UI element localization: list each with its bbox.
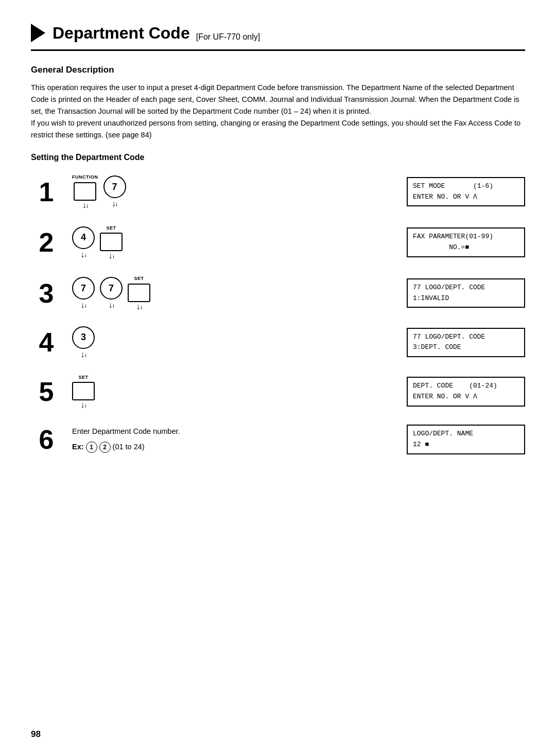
- step6-instruction: Enter Department Code number.: [72, 426, 180, 437]
- step-number-2: 2: [31, 229, 62, 256]
- step6-ex-circle-2: 2: [99, 442, 111, 453]
- key-3-step4-arrow: ↓ᵢ: [81, 350, 86, 359]
- set-key-step5-arrow: ↓ᵢ: [81, 401, 86, 409]
- key-7-step1-arrow: ↓ᵢ: [112, 200, 117, 208]
- step-row-4: 4 3 ↓ᵢ 77 LOGO/DEPT. CODE 3:DEPT. CODE: [31, 326, 525, 359]
- key-4-step2-arrow: ↓ᵢ: [81, 251, 86, 259]
- set-key-step3-label: SET: [134, 275, 144, 283]
- lcd-display-step1: SET MODE (1-6) ENTER NO. OR V Λ: [407, 177, 525, 207]
- key-3-step4: 3 ↓ᵢ: [72, 326, 95, 359]
- lcd-display-step2: FAX PARAMETER(01-99) NO.=■: [407, 227, 525, 257]
- general-description-heading: General Description: [31, 63, 525, 77]
- step-row-3: 3 7 ↓ᵢ 7 ↓ᵢ SET ↓ᵢ 77 LOGO/DEPT. CODE 1:…: [31, 275, 525, 311]
- step-number-1: 1: [31, 179, 62, 205]
- set-key-step5: SET ↓ᵢ: [72, 374, 95, 410]
- function-key-label: FUNCTION: [72, 174, 98, 181]
- step-row-6: 6 Enter Department Code number. Ex: 1 2 …: [31, 425, 525, 454]
- key-7b-step3: 7 ↓ᵢ: [100, 277, 123, 309]
- step-row-1: 1 FUNCTION ↓ᵢ 7 ↓ᵢ SET MODE (1-6) ENTER …: [31, 174, 525, 209]
- header-triangle-icon: [31, 24, 45, 42]
- set-key-step5-body: [72, 382, 95, 400]
- key-7-step1: 7 ↓ᵢ: [103, 175, 126, 208]
- set-key-step2-arrow: ↓ᵢ: [109, 252, 114, 260]
- page-subtitle: [For UF-770 only]: [196, 31, 260, 45]
- set-key-step3-arrow: ↓ᵢ: [136, 303, 142, 311]
- key-circle-3-step4: 3: [72, 326, 95, 349]
- set-key-step5-label: SET: [78, 374, 88, 381]
- step-row-5: 5 SET ↓ᵢ DEPT. CODE (01-24) ENTER NO. OR…: [31, 374, 525, 410]
- set-key-step2: SET ↓ᵢ: [100, 225, 123, 260]
- function-key: FUNCTION ↓ᵢ: [72, 174, 98, 209]
- key-7a-step3: 7 ↓ᵢ: [72, 277, 95, 309]
- step3-keys: 7 ↓ᵢ 7 ↓ᵢ SET ↓ᵢ: [72, 275, 216, 311]
- step6-ex-range: (01 to 24): [113, 442, 145, 453]
- key-circle-7b-step3: 7: [100, 277, 123, 300]
- page-number: 98: [31, 728, 41, 741]
- key-4-step2: 4 ↓ᵢ: [72, 226, 95, 259]
- set-key-step2-body: [100, 233, 123, 251]
- key-circle-7-step1: 7: [103, 175, 126, 198]
- lcd-display-step4: 77 LOGO/DEPT. CODE 3:DEPT. CODE: [407, 328, 525, 358]
- page-header: Department Code [For UF-770 only]: [31, 21, 525, 51]
- lcd-display-step5: DEPT. CODE (01-24) ENTER NO. OR V Λ: [407, 377, 525, 407]
- step-number-3: 3: [31, 280, 62, 307]
- step6-example: Ex: 1 2 (01 to 24): [72, 442, 180, 453]
- step-number-5: 5: [31, 378, 62, 405]
- setting-section-heading: Setting the Department Code: [31, 151, 525, 164]
- step1-keys: FUNCTION ↓ᵢ 7 ↓ᵢ: [72, 174, 216, 209]
- set-key-step3: SET ↓ᵢ: [128, 275, 150, 311]
- function-key-body: [74, 182, 96, 201]
- general-description-body: This operation requires the user to inpu…: [31, 82, 525, 142]
- key-circle-4-step2: 4: [72, 226, 95, 249]
- step6-content: Enter Department Code number. Ex: 1 2 (0…: [72, 426, 180, 453]
- steps-container: 1 FUNCTION ↓ᵢ 7 ↓ᵢ SET MODE (1-6) ENTER …: [31, 174, 525, 470]
- key-circle-7a-step3: 7: [72, 277, 95, 300]
- step4-keys: 3 ↓ᵢ: [72, 326, 216, 359]
- step-number-4: 4: [31, 329, 62, 356]
- step5-keys: SET ↓ᵢ: [72, 374, 216, 410]
- step2-keys: 4 ↓ᵢ SET ↓ᵢ: [72, 225, 216, 260]
- step6-ex-label: Ex:: [72, 442, 84, 453]
- key-7a-step3-arrow: ↓ᵢ: [81, 301, 86, 309]
- step6-ex-circle-1: 1: [86, 442, 97, 453]
- set-key-step3-body: [128, 284, 150, 302]
- step-row-2: 2 4 ↓ᵢ SET ↓ᵢ FAX PARAMETER(01-99) NO.=■: [31, 225, 525, 260]
- lcd-display-step3: 77 LOGO/DEPT. CODE 1:INVALID: [407, 278, 525, 308]
- key-7b-step3-arrow: ↓ᵢ: [109, 301, 114, 309]
- step-number-6: 6: [31, 426, 62, 453]
- function-key-arrow: ↓ᵢ: [82, 201, 88, 209]
- lcd-display-step6: LOGO/DEPT. NAME 12 ■: [407, 425, 525, 454]
- page-title: Department Code: [53, 21, 190, 45]
- set-key-step2-label: SET: [106, 225, 116, 232]
